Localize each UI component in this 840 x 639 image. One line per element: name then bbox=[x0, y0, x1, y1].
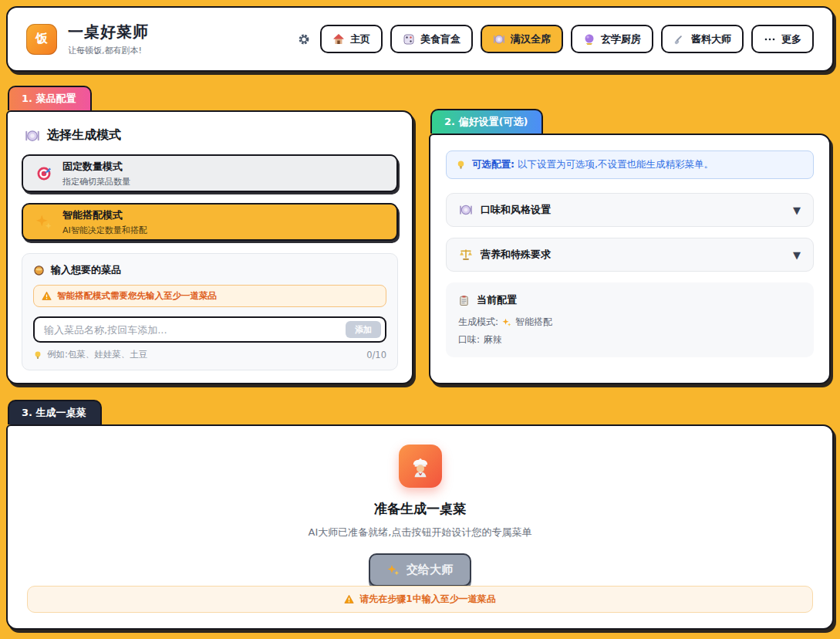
dish-counter: 0/10 bbox=[366, 350, 386, 360]
clipboard-icon bbox=[458, 295, 470, 306]
app-subtitle: 让每顿饭,都有剧本! bbox=[68, 45, 149, 56]
current-flavor-value: 麻辣 bbox=[484, 333, 502, 347]
mode-heading: 选择生成模式 bbox=[25, 127, 398, 144]
chef-icon bbox=[399, 445, 442, 488]
scale-icon bbox=[459, 248, 473, 262]
crystal-ball-icon bbox=[583, 33, 595, 46]
main-nav: 主页 美食盲盒 满汉全席 玄学厨房 酱料大师 bbox=[320, 25, 814, 53]
current-mode-value: 智能搭配 bbox=[515, 316, 552, 329]
more-dots-icon bbox=[764, 33, 776, 46]
sparkles-icon bbox=[502, 318, 511, 327]
current-config-title: 当前配置 bbox=[477, 293, 517, 307]
bulb-icon bbox=[33, 350, 42, 360]
step3-tab: 3. 生成一桌菜 bbox=[8, 400, 102, 424]
step1-section: 1. 菜品配置 选择生成模式 固定数量模式 指定确切菜品数量 智能搭配模式 AI… bbox=[6, 86, 413, 384]
nav-label: 酱料大师 bbox=[691, 32, 731, 46]
app-header: 饭 一桌好菜师 让每顿饭,都有剧本! 主页 美食盲盒 满汉全席 bbox=[6, 6, 834, 72]
step3-warning-text: 请先在步骤1中输入至少一道菜品 bbox=[359, 593, 495, 606]
bulb-icon bbox=[456, 160, 466, 170]
nav-item-banquet[interactable]: 满汉全席 bbox=[481, 25, 563, 53]
dish-input-panel: 输入想要的菜品 智能搭配模式需要您先输入至少一道菜品 添加 例如:包菜、娃娃菜、… bbox=[22, 253, 398, 370]
smart-mode-warning: 智能搭配模式需要您先输入至少一道菜品 bbox=[33, 285, 386, 307]
step2-tab: 2. 偏好设置(可选) bbox=[430, 109, 543, 134]
dish-input-wrap: 添加 bbox=[33, 316, 386, 343]
nutrition-requirements-section[interactable]: 营养和特殊要求 ▼ bbox=[446, 238, 814, 272]
nav-label: 玄学厨房 bbox=[601, 32, 641, 46]
nutrition-title: 营养和特殊要求 bbox=[481, 248, 551, 262]
mode-heading-label: 选择生成模式 bbox=[47, 127, 121, 144]
current-config-box: 当前配置 生成模式: 智能搭配 口味: 麻辣 bbox=[446, 282, 814, 357]
nav-label: 美食盲盒 bbox=[420, 32, 460, 46]
nav-item-home[interactable]: 主页 bbox=[320, 25, 383, 53]
generate-button-label: 交给大师 bbox=[407, 563, 453, 577]
dish-input-heading: 输入想要的菜品 bbox=[33, 263, 386, 277]
current-mode-label: 生成模式: bbox=[458, 316, 498, 329]
step3-section: 3. 生成一桌菜 准备生成一桌菜 AI大师已准备就绪,点击按钮开始设计您的专属菜… bbox=[6, 400, 834, 630]
optional-config-info: 可选配置: 以下设置为可选项,不设置也能生成精彩菜单。 bbox=[446, 150, 814, 179]
chevron-down-icon[interactable]: ▼ bbox=[793, 249, 801, 261]
warning-icon bbox=[42, 291, 52, 301]
nav-item-mystic-kitchen[interactable]: 玄学厨房 bbox=[571, 25, 653, 53]
current-flavor-label: 口味: bbox=[458, 333, 480, 347]
step1-tab: 1. 菜品配置 bbox=[8, 86, 92, 110]
flavor-style-section[interactable]: 口味和风格设置 ▼ bbox=[446, 193, 814, 227]
home-icon bbox=[332, 33, 345, 46]
dish-hint-row: 例如:包菜、娃娃菜、土豆 0/10 bbox=[33, 349, 386, 360]
pot-icon bbox=[33, 265, 45, 276]
dish-name-input[interactable] bbox=[35, 324, 385, 336]
step1-card: 选择生成模式 固定数量模式 指定确切菜品数量 智能搭配模式 AI智能决定数量和搭… bbox=[6, 110, 413, 384]
mode-title: 固定数量模式 bbox=[62, 160, 130, 174]
current-flavor-row: 口味: 麻辣 bbox=[458, 333, 801, 347]
generate-button[interactable]: 交给大师 bbox=[369, 553, 471, 587]
step2-section: 2. 偏好设置(可选) 可选配置: 以下设置为可选项,不设置也能生成精彩菜单。 … bbox=[429, 109, 831, 384]
nav-label: 满汉全席 bbox=[511, 32, 551, 46]
chevron-down-icon[interactable]: ▼ bbox=[793, 205, 801, 216]
plate-icon bbox=[459, 203, 473, 217]
smart-mode-warning-text: 智能搭配模式需要您先输入至少一道菜品 bbox=[57, 290, 217, 302]
plate-icon bbox=[25, 128, 40, 144]
nav-item-more[interactable]: 更多 bbox=[751, 25, 814, 53]
nav-label: 更多 bbox=[781, 32, 801, 46]
gear-icon[interactable] bbox=[297, 32, 311, 46]
nav-item-sauce-master[interactable]: 酱料大师 bbox=[661, 25, 744, 53]
generate-subtitle: AI大师已准备就绪,点击按钮开始设计您的专属菜单 bbox=[27, 526, 813, 539]
app-logo: 饭 bbox=[26, 24, 57, 55]
dish-input-heading-label: 输入想要的菜品 bbox=[51, 263, 121, 277]
generate-title: 准备生成一桌菜 bbox=[27, 500, 813, 518]
flavor-style-title: 口味和风格设置 bbox=[481, 203, 551, 217]
sparkles-icon bbox=[35, 214, 52, 231]
warning-icon bbox=[344, 594, 354, 604]
dish-hint-text: 例如:包菜、娃娃菜、土豆 bbox=[47, 349, 147, 360]
spoon-icon bbox=[673, 33, 686, 46]
app-title: 一桌好菜师 bbox=[68, 22, 149, 42]
mode-desc: AI智能决定数量和搭配 bbox=[62, 225, 147, 236]
mode-option-fixed-count[interactable]: 固定数量模式 指定确切菜品数量 bbox=[22, 154, 398, 192]
add-dish-button[interactable]: 添加 bbox=[346, 321, 381, 338]
nav-item-food-blindbox[interactable]: 美食盲盒 bbox=[390, 25, 473, 53]
mode-option-smart-match[interactable]: 智能搭配模式 AI智能决定数量和搭配 bbox=[22, 203, 398, 241]
step3-card: 准备生成一桌菜 AI大师已准备就绪,点击按钮开始设计您的专属菜单 交给大师 请先… bbox=[6, 424, 834, 630]
info-text: 以下设置为可选项,不设置也能生成精彩菜单。 bbox=[518, 158, 713, 170]
mode-title: 智能搭配模式 bbox=[62, 208, 147, 222]
mode-desc: 指定确切菜品数量 bbox=[62, 176, 130, 188]
info-label: 可选配置: bbox=[472, 158, 514, 170]
sparkles-icon bbox=[387, 564, 400, 576]
nav-label: 主页 bbox=[350, 32, 370, 46]
dice-icon bbox=[403, 33, 415, 46]
step3-warning: 请先在步骤1中输入至少一道菜品 bbox=[27, 586, 813, 613]
step2-card: 可选配置: 以下设置为可选项,不设置也能生成精彩菜单。 口味和风格设置 ▼ 营养… bbox=[429, 134, 831, 384]
target-icon bbox=[35, 165, 52, 182]
plate-icon bbox=[493, 33, 505, 46]
current-mode-row: 生成模式: 智能搭配 bbox=[458, 316, 801, 329]
